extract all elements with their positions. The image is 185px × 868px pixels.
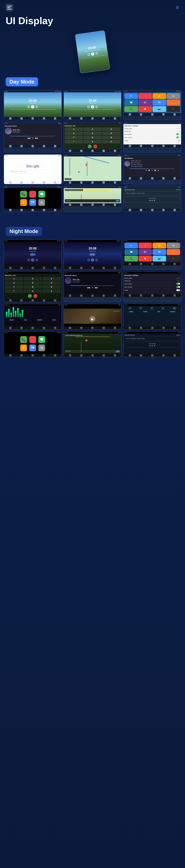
play-btn-1[interactable]: ⏸ — [31, 105, 34, 108]
night-play-1[interactable]: ⏸ — [31, 258, 34, 262]
night-call-reject[interactable]: 📵 — [34, 294, 37, 298]
app-files[interactable]: 📁 — [153, 93, 166, 99]
night-app-bt[interactable]: BT — [138, 249, 152, 255]
dial-2[interactable]: 2 — [83, 127, 102, 131]
night-app-settings[interactable]: ⚙ — [167, 243, 180, 248]
night-media-play[interactable]: ▶ — [152, 345, 153, 346]
carplay-messages[interactable]: 💬 — [38, 191, 45, 197]
night-next-2[interactable]: ▶▶ — [95, 259, 98, 261]
app-more[interactable]: ⋯ — [167, 106, 180, 112]
nav-lines-icon[interactable]: ≡ — [176, 4, 179, 10]
power-toggle[interactable] — [176, 140, 180, 142]
night-nav-btn-4[interactable]: ▽ — [161, 307, 164, 310]
app-telegram[interactable]: ✈ — [125, 93, 138, 99]
app-record[interactable]: ⏺ — [138, 106, 152, 112]
app-music[interactable]: ♪ — [138, 93, 152, 99]
eq-preset-3[interactable]: TREBLE — [36, 319, 43, 321]
night-carplay-phone[interactable]: 📞 — [20, 336, 27, 343]
night-app-record[interactable]: ⏺ — [138, 256, 152, 261]
night-nav-btn-3[interactable]: ▷ — [150, 307, 154, 310]
app-radio[interactable]: 📻 — [167, 99, 180, 105]
night-nav-preset-3[interactable]: FAV — [157, 311, 160, 313]
night-dial-0[interactable]: 0 — [24, 289, 42, 293]
carplay-maps[interactable]: 🗺 — [29, 199, 36, 206]
dial-9[interactable]: 9 — [102, 136, 120, 139]
eq-preset-1[interactable]: BASS↑ — [9, 319, 14, 321]
dial-0[interactable]: 0 — [83, 140, 102, 144]
video-play-btn[interactable]: ▶ — [90, 316, 95, 322]
night-nav-preset-4[interactable]: RECENT — [170, 311, 176, 313]
night-nav-preset-2[interactable]: WORK — [143, 311, 148, 313]
dial-7[interactable]: 7 — [65, 136, 83, 139]
night-nav-btn-2[interactable]: △ — [139, 307, 142, 310]
carplay-phone[interactable]: 📞 — [20, 191, 27, 197]
app-bt[interactable]: BT — [138, 99, 152, 105]
prev-icon-bt[interactable]: ◀◀ — [27, 137, 30, 139]
dial-4[interactable]: 4 — [65, 132, 83, 135]
carplay-settings-icon[interactable]: ⚙ — [38, 199, 45, 206]
prev-btn-2[interactable]: ◀◀ — [87, 105, 90, 108]
night-dial-7[interactable]: 7 — [5, 285, 23, 289]
night-app-radio[interactable]: 📻 — [167, 249, 180, 255]
night-nav-preset-1[interactable]: HOME — [129, 311, 134, 313]
play-btn-2[interactable]: ⏸ — [91, 105, 94, 108]
app-phone[interactable]: 📞 — [125, 106, 138, 112]
google-search-input[interactable]: 🔍 Search or type URL — [10, 170, 56, 174]
eq-preset-2[interactable]: MID — [24, 319, 27, 321]
night-nav-btn-ok[interactable]: OK — [173, 307, 177, 310]
night-auto-connect-toggle[interactable] — [176, 286, 180, 288]
night-app-phone[interactable]: 📞 — [125, 256, 138, 261]
night-dial-5[interactable]: 5 — [24, 281, 42, 285]
next-btn-2[interactable]: ▶▶ — [95, 105, 98, 108]
night-app-files[interactable]: 📁 — [153, 243, 166, 248]
nav-media-prev[interactable]: ⏮ — [149, 200, 151, 201]
night-dial-9[interactable]: 9 — [42, 285, 60, 289]
dial-5[interactable]: 5 — [83, 132, 102, 135]
app-camera[interactable]: 📷 — [153, 106, 166, 112]
auto-answer-toggle[interactable] — [176, 133, 180, 135]
carplay-music[interactable]: 🎵 — [29, 191, 36, 197]
go-btn[interactable]: GO — [116, 200, 120, 202]
social-next[interactable]: ⏭ — [158, 170, 159, 171]
next-icon-bt[interactable]: ▶▶ — [35, 137, 38, 139]
next-btn-1[interactable]: ▶▶ — [35, 105, 38, 108]
night-nav-btn-1[interactable]: ◁ — [128, 307, 131, 310]
dial-3[interactable]: 3 — [102, 127, 120, 131]
dial-star[interactable]: * — [65, 140, 83, 144]
night-dial-star[interactable]: * — [5, 289, 23, 293]
night-call-accept[interactable]: 📞 — [28, 294, 32, 298]
nav-media-next[interactable]: ⏭ — [154, 200, 155, 201]
social-fwd[interactable]: ⏩ — [154, 170, 156, 171]
auto-connect-toggle[interactable] — [176, 136, 180, 138]
night-dial-1[interactable]: 1 — [5, 277, 23, 281]
night-dial-4[interactable]: 4 — [5, 281, 23, 285]
night-app-maps[interactable]: 🗺 — [153, 249, 166, 255]
night-app-telegram[interactable]: ✈ — [125, 243, 138, 248]
night-media-prev[interactable]: ⏮ — [149, 345, 151, 346]
menu-icon[interactable] — [6, 4, 13, 11]
night-dial-8[interactable]: 8 — [24, 285, 42, 289]
night-app-more[interactable]: ⋯ — [167, 256, 180, 261]
night-carplay-settings[interactable]: ⚙ — [38, 344, 45, 351]
social-play[interactable]: ⏸ — [152, 170, 153, 171]
night-app-camera[interactable]: 📷 — [153, 256, 166, 261]
night-carplay-messages[interactable]: 💬 — [38, 336, 45, 343]
night-go-btn[interactable]: GO — [116, 350, 120, 352]
night-carplay-podcast[interactable]: 🎙 — [20, 344, 27, 351]
app-maps[interactable]: 🗺 — [153, 99, 166, 105]
night-play-2[interactable]: ⏸ — [91, 258, 94, 262]
night-prev-bt[interactable]: ◀◀ — [87, 286, 90, 289]
prev-btn-1[interactable]: ◀◀ — [27, 105, 30, 108]
night-auto-answer-toggle[interactable] — [176, 283, 180, 285]
night-app-music[interactable]: ♪ — [138, 243, 152, 248]
night-dial-6[interactable]: 6 — [42, 281, 60, 285]
dial-6[interactable]: 6 — [102, 132, 120, 135]
night-carplay-maps[interactable]: 🗺 — [29, 344, 36, 351]
night-next-1[interactable]: ▶▶ — [35, 259, 38, 261]
night-carplay-music[interactable]: 🎵 — [29, 336, 36, 343]
call-accept-btn[interactable]: 📞 — [88, 145, 91, 148]
call-reject-btn[interactable]: 📵 — [94, 145, 97, 148]
play-icon-bt[interactable]: ⏸ — [32, 137, 34, 139]
carplay-podcast[interactable]: 🎙 — [20, 199, 27, 206]
night-prev-1[interactable]: ◀◀ — [27, 259, 30, 261]
